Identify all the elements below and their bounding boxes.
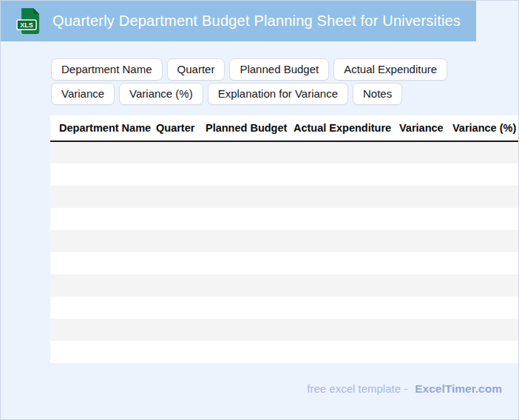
table-row xyxy=(50,252,518,274)
budget-table: Department Name Quarter Planned Budget A… xyxy=(50,115,518,363)
table-cell-empty xyxy=(294,252,399,274)
table-cell-empty xyxy=(206,163,294,186)
table-cell-empty xyxy=(294,163,399,186)
col-header-department-name: Department Name xyxy=(50,115,156,141)
template-preview-page: XLS Quarterly Department Budget Planning… xyxy=(0,0,519,420)
table-cell-empty xyxy=(294,141,399,163)
table-cell-empty xyxy=(156,341,206,363)
table-cell-empty xyxy=(452,319,518,341)
table-cell-empty xyxy=(294,274,399,297)
table-cell-empty xyxy=(452,252,518,274)
chip-actual-expenditure[interactable]: Actual Expenditure xyxy=(333,58,447,81)
table-cell-empty xyxy=(294,230,399,252)
page-title: Quarterly Department Budget Planning She… xyxy=(52,13,461,30)
table-cell-empty xyxy=(206,297,294,319)
table-cell-empty xyxy=(399,297,452,319)
table-cell-empty xyxy=(156,297,206,319)
table-cell-empty xyxy=(294,297,399,319)
table-cell-empty xyxy=(206,208,294,230)
table-cell-empty xyxy=(452,297,518,319)
table-row xyxy=(50,297,518,319)
col-header-variance-percent: Variance (%) xyxy=(452,115,518,141)
table-cell-empty xyxy=(399,141,452,163)
table-cell-empty xyxy=(294,208,399,230)
table-cell-empty xyxy=(452,341,518,363)
table-row xyxy=(50,163,518,186)
table-cell-empty xyxy=(50,230,156,252)
table-cell-empty xyxy=(399,208,452,230)
table-row xyxy=(50,341,518,363)
chip-variance-percent[interactable]: Variance (%) xyxy=(119,83,203,105)
table-cell-empty xyxy=(399,163,452,186)
table-cell-empty xyxy=(452,141,518,163)
table-cell-empty xyxy=(156,163,206,186)
table-cell-empty xyxy=(206,274,294,297)
table-cell-empty xyxy=(50,186,156,208)
table-cell-empty xyxy=(206,319,294,341)
table-row xyxy=(50,208,518,230)
table-row xyxy=(50,230,518,252)
col-header-variance: Variance xyxy=(399,115,452,141)
col-header-actual-expenditure: Actual Expenditure xyxy=(294,115,399,141)
table-cell-empty xyxy=(206,186,294,208)
table-cell-empty xyxy=(156,141,206,163)
column-chip-list: Department Name Quarter Planned Budget A… xyxy=(51,58,495,105)
table-cell-empty xyxy=(399,319,452,341)
col-header-quarter: Quarter xyxy=(156,115,206,141)
table-cell-empty xyxy=(156,252,206,274)
table-cell-empty xyxy=(294,319,399,341)
table-cell-empty xyxy=(156,319,206,341)
chip-notes[interactable]: Notes xyxy=(353,83,402,105)
table-cell-empty xyxy=(294,186,399,208)
table-cell-empty xyxy=(156,208,206,230)
table-body xyxy=(50,141,518,363)
chip-department-name[interactable]: Department Name xyxy=(51,58,163,81)
chip-variance[interactable]: Variance xyxy=(51,83,115,105)
table-cell-empty xyxy=(206,252,294,274)
footer-brand-link[interactable]: ExcelTimer.com xyxy=(415,382,502,396)
table-cell-empty xyxy=(452,230,518,252)
table-cell-empty xyxy=(399,230,452,252)
footer: free excel template - ExcelTimer.com xyxy=(307,382,502,396)
chip-planned-budget[interactable]: Planned Budget xyxy=(229,58,329,81)
table-cell-empty xyxy=(399,186,452,208)
table-header-row: Department Name Quarter Planned Budget A… xyxy=(50,115,518,141)
table-row xyxy=(50,186,518,208)
table-row xyxy=(50,141,518,163)
table-cell-empty xyxy=(294,341,399,363)
table-cell-empty xyxy=(399,252,452,274)
table-cell-empty xyxy=(50,163,156,186)
footer-text: free excel template - xyxy=(307,382,407,395)
table-cell-empty xyxy=(206,230,294,252)
table-cell-empty xyxy=(50,208,156,230)
table-cell-empty xyxy=(452,208,518,230)
header-bar: XLS Quarterly Department Budget Planning… xyxy=(1,1,476,41)
table-row xyxy=(50,319,518,341)
table-cell-empty xyxy=(156,230,206,252)
table-cell-empty xyxy=(156,186,206,208)
table-cell-empty xyxy=(452,163,518,186)
table-cell-empty xyxy=(452,186,518,208)
table-cell-empty xyxy=(156,274,206,297)
table-cell-empty xyxy=(50,274,156,297)
table-cell-empty xyxy=(50,319,156,341)
xls-icon-label: XLS xyxy=(20,21,33,29)
table-cell-empty xyxy=(50,341,156,363)
xls-file-icon: XLS xyxy=(15,6,41,37)
table-cell-empty xyxy=(452,274,518,297)
table-row xyxy=(50,274,518,297)
table-cell-empty xyxy=(399,274,452,297)
col-header-planned-budget: Planned Budget xyxy=(206,115,294,141)
chip-explanation-variance[interactable]: Explanation for Variance xyxy=(208,83,348,105)
table-preview: Department Name Quarter Planned Budget A… xyxy=(50,115,518,363)
table-cell-empty xyxy=(50,297,156,319)
chip-quarter[interactable]: Quarter xyxy=(167,58,225,81)
table-cell-empty xyxy=(50,141,156,163)
table-cell-empty xyxy=(399,341,452,363)
table-cell-empty xyxy=(206,141,294,163)
table-cell-empty xyxy=(206,341,294,363)
table-cell-empty xyxy=(50,252,156,274)
